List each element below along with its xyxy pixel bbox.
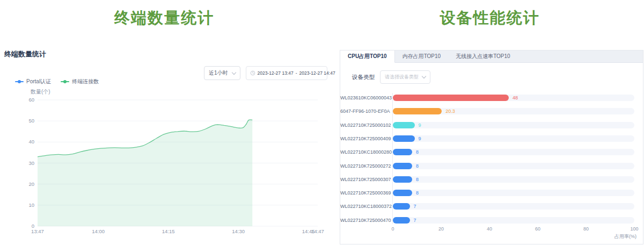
bar xyxy=(393,190,412,196)
bar-value-label: 7 xyxy=(414,203,416,210)
y-tick-label: 40 xyxy=(28,139,34,145)
bar-category-label: WL022710K725000102 xyxy=(340,122,390,128)
left-section-title: 终端数量统计 xyxy=(4,49,46,59)
legend-label: Portal认证 xyxy=(26,78,51,85)
terminal-count-panel: 终端数量统计 终端数量统计 近1小时 2023-12-27 13:47 - 20… xyxy=(0,0,328,245)
time-range-select[interactable]: 近1小时 xyxy=(204,66,240,80)
bar-category-label: WL022710K725000272 xyxy=(340,163,390,169)
legend-marker-icon xyxy=(61,81,69,82)
series-area xyxy=(38,120,252,226)
left-page-title: 终端数量统计 xyxy=(0,8,328,29)
x-tick-label: 14:47 xyxy=(311,228,324,234)
time-range-value: 近1小时 xyxy=(209,69,228,77)
bar-track xyxy=(393,176,634,183)
bar-track xyxy=(393,203,634,210)
clock-icon xyxy=(250,70,255,76)
x-tick-label: 13:47 xyxy=(31,228,44,234)
bar-track xyxy=(393,135,634,142)
bar-category-label: 6047-FF96-1070-EF0A xyxy=(340,108,390,114)
bar xyxy=(393,95,509,101)
bar-value-label: 20.3 xyxy=(445,108,455,114)
right-page-title: 设备性能统计 xyxy=(335,8,644,29)
bar-category-label: WL022710K725000369 xyxy=(340,190,390,196)
y-tick-label: 30 xyxy=(28,160,34,166)
x-tick-label: 14:15 xyxy=(162,228,175,234)
y-tick-label: 50 xyxy=(28,118,34,124)
bar-category-label: WL022710KC18000372 xyxy=(340,203,390,210)
bar xyxy=(393,149,412,155)
chart-legend: Portal认证终端连接数 xyxy=(15,78,99,85)
bar xyxy=(393,122,415,128)
bar xyxy=(393,135,415,142)
y-tick-label: 20 xyxy=(28,181,34,187)
bar-x-tick-label: 100 xyxy=(630,226,638,232)
top10-card: CPU占用TOP10内存占用TOP10无线接入点速率TOP10 设备类型 请选择… xyxy=(340,50,643,244)
bar-category-label: WL022710K725000307 xyxy=(340,176,390,183)
bar-value-label: 8 xyxy=(416,190,419,196)
legend-label: 终端连接数 xyxy=(72,78,99,85)
bar-category-label: WL022710K725000470 xyxy=(340,217,390,224)
bar xyxy=(393,203,410,210)
date-range-end: 2023-12-27 14:47 xyxy=(299,70,335,76)
bar-x-axis-name: 占用率(%) xyxy=(614,233,636,240)
bar-x-tick-label: 80 xyxy=(583,226,589,232)
bar-x-tick-label: 20 xyxy=(438,226,444,232)
bar-value-label: 9 xyxy=(419,135,421,142)
bar xyxy=(393,163,412,169)
date-range-picker[interactable]: 2023-12-27 13:47 - 2023-12-27 14:47 xyxy=(246,66,327,80)
bar-category-label: WL022710KC18000280 xyxy=(340,149,390,155)
bar-value-label: 9 xyxy=(419,122,421,128)
y-tick-label: 10 xyxy=(28,202,34,208)
bar-x-tick-label: 0 xyxy=(391,226,394,232)
date-range-separator: - xyxy=(296,70,297,76)
bar-track xyxy=(393,163,634,169)
date-range-start: 2023-12-27 13:47 xyxy=(258,70,294,76)
bar xyxy=(393,108,442,114)
bar xyxy=(393,217,410,224)
bar-value-label: 8 xyxy=(416,163,419,169)
chevron-down-icon xyxy=(231,70,236,74)
bar-track xyxy=(393,190,634,196)
x-tick-label: 14:00 xyxy=(92,228,105,234)
time-controls: 近1小时 2023-12-27 13:47 - 2023-12-27 14:47 xyxy=(204,66,327,80)
line-area-chart: 0102030405060数量(个)13:4714:0014:1514:3014… xyxy=(0,86,328,245)
legend-marker-icon xyxy=(15,81,24,82)
bar-category-label: WL023610KC06000043 xyxy=(340,95,390,101)
bar xyxy=(393,176,412,183)
bar-value-label: 48 xyxy=(513,95,518,101)
horizontal-bar-chart: WL023610KC06000043486047-FF96-1070-EF0A2… xyxy=(340,51,643,244)
bar-track xyxy=(393,122,634,128)
bar-value-label: 8 xyxy=(416,176,419,183)
bar-track xyxy=(393,217,634,224)
bar-category-label: WL022710K725000409 xyxy=(340,135,390,142)
bar-track xyxy=(393,149,634,155)
bar-value-label: 8 xyxy=(416,149,419,155)
x-tick-label: 14:30 xyxy=(232,228,245,234)
device-performance-panel: 设备性能统计 CPU占用TOP10内存占用TOP10无线接入点速率TOP10 设… xyxy=(335,0,644,245)
bar-track xyxy=(393,108,634,114)
y-tick-label: 60 xyxy=(28,97,34,103)
bar-x-tick-label: 40 xyxy=(487,226,492,232)
legend-item-1[interactable]: 终端连接数 xyxy=(61,78,99,85)
legend-item-0[interactable]: Portal认证 xyxy=(15,78,51,85)
bar-value-label: 7 xyxy=(414,217,416,224)
bar-x-tick-label: 60 xyxy=(535,226,540,232)
y-axis-name: 数量(个) xyxy=(30,89,50,95)
